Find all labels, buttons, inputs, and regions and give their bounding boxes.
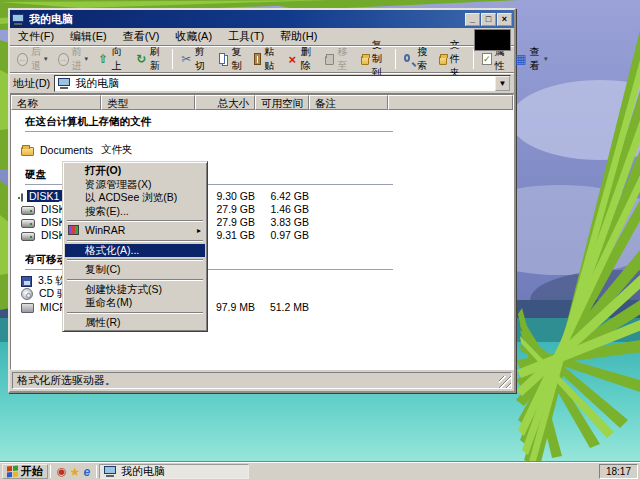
toolbar-separator [473, 49, 474, 69]
up-icon: ⇧ [98, 52, 109, 67]
forward-button[interactable]: → 前进▾ [53, 47, 94, 71]
copy-to-icon [361, 56, 369, 65]
menu-file[interactable]: 文件(F) [10, 27, 62, 46]
folders-icon [439, 56, 447, 65]
drive-icon [21, 206, 35, 215]
address-bar: 地址(D) 我的电脑 ▼ [10, 73, 514, 94]
toolbar-separator [395, 49, 396, 69]
logo-throbber [474, 29, 511, 51]
menu-item-format[interactable]: 格式化(A)... [65, 244, 205, 258]
column-header-comment[interactable]: 备注 [309, 95, 388, 110]
floppy-icon [21, 276, 32, 287]
taskbar-task-my-computer[interactable]: 我的电脑 [99, 464, 249, 479]
menu-item-properties[interactable]: 属性(R) [65, 316, 205, 330]
back-icon: ← [17, 53, 28, 66]
move-to-icon [325, 56, 334, 65]
menubar: 文件(F) 编辑(E) 查看(V) 收藏(A) 工具(T) 帮助(H) [10, 28, 514, 46]
column-header-type[interactable]: 类型 [101, 95, 195, 110]
drive-icon [21, 219, 35, 228]
menu-separator [67, 312, 203, 314]
address-dropdown-button[interactable]: ▼ [495, 76, 510, 91]
paste-button[interactable]: 粘贴 [249, 47, 282, 71]
list-item-documents[interactable]: Documents 文件夹 [15, 143, 513, 156]
delete-button[interactable]: × 删除 [282, 47, 320, 71]
media-player-icon[interactable]: ◉ [57, 465, 67, 478]
back-button[interactable]: ← 后退▾ [12, 47, 53, 71]
column-header-free[interactable]: 可用空间 [255, 95, 309, 110]
up-button[interactable]: ⇧ 向上 [93, 47, 131, 71]
menu-item-create-shortcut[interactable]: 创建快捷方式(S) [65, 283, 205, 297]
window-title: 我的电脑 [29, 12, 464, 27]
move-to-button[interactable]: 移至 [320, 47, 356, 71]
menu-tools[interactable]: 工具(T) [220, 27, 272, 46]
menu-item-search[interactable]: 搜索(E)... [65, 205, 205, 219]
drive-icon [21, 232, 35, 241]
column-headers: 名称 类型 总大小 可用空间 备注 [11, 95, 513, 110]
properties-icon: ✓ [482, 53, 492, 65]
delete-icon: × [287, 52, 298, 67]
column-header-name[interactable]: 名称 [11, 95, 101, 110]
cut-button[interactable]: ✂ 剪切 [176, 47, 214, 71]
menu-help[interactable]: 帮助(H) [272, 27, 325, 46]
folder-icon [21, 147, 34, 156]
column-header-size[interactable]: 总大小 [195, 95, 255, 110]
paste-icon [254, 53, 261, 65]
copy-icon [219, 53, 225, 64]
cut-icon: ✂ [181, 52, 192, 67]
address-input[interactable]: 我的电脑 ▼ [54, 75, 511, 92]
refresh-button[interactable]: ↻ 刷新 [131, 47, 169, 71]
menu-view[interactable]: 查看(V) [115, 27, 168, 46]
titlebar[interactable]: 我的电脑 _ □ × [10, 10, 514, 28]
computer-icon [104, 466, 117, 477]
search-button[interactable]: 搜索 [399, 47, 434, 71]
taskbar-separator [50, 465, 51, 478]
address-label: 地址(D) [13, 76, 50, 91]
menu-item-explorer[interactable]: 资源管理器(X) [65, 178, 205, 192]
minimize-button[interactable]: _ [465, 13, 480, 26]
maximize-button[interactable]: □ [481, 13, 496, 26]
forward-icon: → [58, 53, 69, 66]
status-bar: 格式化所选驱动器。 [12, 372, 512, 389]
windows-logo-icon [7, 465, 18, 477]
quick-launch: ◉ ★ e [53, 465, 94, 479]
search-icon [404, 54, 410, 62]
copy-to-button[interactable]: 复制到 [356, 47, 392, 71]
context-menu: 打开(O) 资源管理器(X) 以 ACDSee 浏览(B) 搜索(E)... W… [62, 161, 208, 332]
menu-separator [67, 240, 203, 242]
menu-separator [67, 259, 203, 261]
toolbar-separator [172, 49, 173, 69]
menu-item-copy[interactable]: 复制(C) [65, 263, 205, 277]
drive-icon [21, 193, 23, 202]
refresh-icon: ↻ [136, 52, 147, 67]
submenu-arrow-icon: ▸ [197, 224, 201, 237]
toolbar: ← 后退▾ → 前进▾ ⇧ 向上 ↻ 刷新 ✂ 剪切 复制 粘贴 × 删除 移至 [10, 46, 514, 73]
menu-item-winrar[interactable]: WinRAR ▸ [65, 224, 205, 238]
taskbar-clock[interactable]: 18:17 [599, 464, 638, 479]
computer-icon [58, 78, 71, 89]
menu-item-acdsee-browse[interactable]: 以 ACDSee 浏览(B) [65, 191, 205, 205]
close-button[interactable]: × [497, 13, 512, 26]
menu-edit[interactable]: 编辑(E) [62, 27, 115, 46]
taskbar: 开始 ◉ ★ e 我的电脑 18:17 [0, 462, 640, 480]
column-header-filler [388, 95, 513, 110]
copy-button[interactable]: 复制 [214, 47, 249, 71]
status-text: 格式化所选驱动器。 [17, 373, 116, 388]
internet-explorer-icon[interactable]: e [83, 465, 90, 479]
folders-button[interactable]: 文件夹 [434, 47, 470, 71]
winrar-icon [68, 225, 79, 235]
menu-item-open[interactable]: 打开(O) [65, 164, 205, 178]
group-header-files: 在这台计算机上存储的文件 [25, 115, 393, 132]
menu-separator [67, 279, 203, 281]
start-button[interactable]: 开始 [2, 464, 48, 479]
acdsee-star-icon[interactable]: ★ [70, 465, 81, 479]
menu-separator [67, 220, 203, 222]
removable-drive-icon [21, 303, 34, 313]
computer-icon [12, 14, 25, 25]
menu-favorites[interactable]: 收藏(A) [167, 27, 220, 46]
menu-item-rename[interactable]: 重命名(M) [65, 296, 205, 310]
resize-grip-icon[interactable] [499, 376, 511, 388]
views-button[interactable]: ▦ 查看▾ [510, 47, 553, 71]
cd-icon [21, 288, 33, 300]
views-icon: ▦ [515, 52, 526, 67]
taskbar-separator [96, 465, 97, 478]
